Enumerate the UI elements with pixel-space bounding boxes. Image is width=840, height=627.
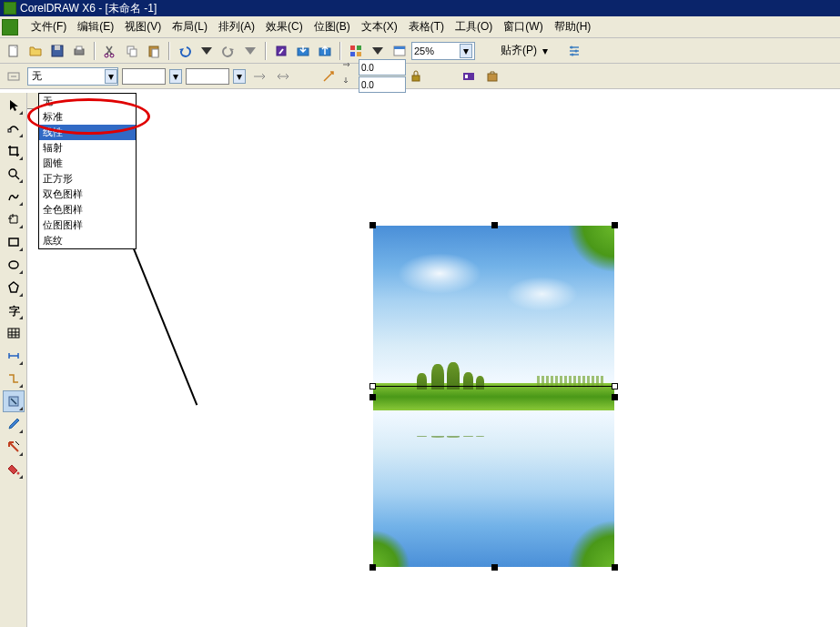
selection-handle-sw[interactable] <box>369 564 376 571</box>
interactive-fill-tool[interactable] <box>3 390 25 412</box>
dimension-tool[interactable] <box>3 345 25 367</box>
dd-item-square[interactable]: 正方形 <box>39 171 136 187</box>
new-button[interactable] <box>4 41 24 61</box>
svg-rect-26 <box>465 75 468 78</box>
redo-dropdown[interactable] <box>240 41 260 61</box>
menu-text[interactable]: 文本(X) <box>356 16 403 37</box>
zoom-combo[interactable]: ▾ <box>411 42 475 60</box>
dd-item-none[interactable]: 无 <box>39 94 136 109</box>
dd-item-fullcolor[interactable]: 全色图样 <box>39 202 136 217</box>
window-title: CorelDRAW X6 - [未命名 -1] <box>20 0 157 16</box>
spinner-y-input[interactable] <box>359 76 406 93</box>
welcome-button[interactable] <box>390 41 410 61</box>
eyedropper-tool[interactable] <box>3 413 25 435</box>
selected-image-object[interactable] <box>373 226 614 567</box>
copy-fill-button[interactable] <box>482 66 502 86</box>
svg-rect-25 <box>463 73 474 80</box>
svg-point-22 <box>572 53 574 56</box>
menu-effects[interactable]: 效果(C) <box>260 16 309 37</box>
selection-handle-nw[interactable] <box>369 222 376 228</box>
crop-tool[interactable] <box>3 140 25 162</box>
dd-item-conical[interactable]: 圆锥 <box>39 156 136 171</box>
redo-button[interactable] <box>218 41 238 61</box>
menu-file[interactable]: 文件(F) <box>25 16 72 37</box>
app-launcher-button[interactable] <box>346 41 366 61</box>
app-dropdown[interactable] <box>368 41 388 61</box>
fill-vector-line[interactable] <box>372 386 615 387</box>
menu-table[interactable]: 表格(T) <box>403 16 450 37</box>
table-tool[interactable] <box>3 322 25 344</box>
dd-item-twocolor[interactable]: 双色图样 <box>39 187 136 202</box>
export-button[interactable] <box>315 41 335 61</box>
selection-handle-se[interactable] <box>612 564 618 571</box>
edit-fill-button[interactable] <box>459 66 479 86</box>
search-button[interactable] <box>271 41 291 61</box>
open-button[interactable] <box>25 41 46 61</box>
menu-help[interactable]: 帮助(H) <box>549 16 597 37</box>
zoom-tool[interactable] <box>3 163 25 185</box>
text-tool[interactable]: 字 <box>3 299 25 321</box>
fill-type-dropdown-list[interactable]: 无 标准 线性 辐射 圆锥 正方形 双色图样 全色图样 位图图样 底纹 <box>38 93 137 249</box>
svg-rect-30 <box>9 238 18 246</box>
standard-toolbar: ▾ 贴齐(P) ▾ <box>0 38 840 64</box>
fill-vector-start[interactable] <box>369 383 376 389</box>
menu-tools[interactable]: 工具(O) <box>450 16 498 37</box>
dd-item-uniform[interactable]: 标准 <box>39 109 136 125</box>
chevron-down-icon[interactable]: ▾ <box>460 44 472 58</box>
fountain-type2-button[interactable] <box>273 66 293 86</box>
undo-dropdown[interactable] <box>197 41 217 61</box>
menu-bar: 文件(F) 编辑(E) 视图(V) 布局(L) 排列(A) 效果(C) 位图(B… <box>0 16 840 38</box>
freehand-tool[interactable] <box>3 186 25 207</box>
lock-icon[interactable] <box>410 69 424 84</box>
chevron-down-icon[interactable]: ▾ <box>233 69 246 84</box>
fountain-type1-button[interactable] <box>249 66 269 86</box>
color-to-swatch[interactable] <box>186 68 229 85</box>
dd-item-radial[interactable]: 辐射 <box>39 140 136 156</box>
dd-item-bitmap[interactable]: 位图图样 <box>39 217 136 233</box>
menu-arrange[interactable]: 排列(A) <box>213 16 260 37</box>
chevron-down-icon[interactable]: ▾ <box>542 45 548 57</box>
menu-layout[interactable]: 布局(L) <box>167 16 213 37</box>
menu-edit[interactable]: 编辑(E) <box>72 16 119 37</box>
dd-item-texture[interactable]: 底纹 <box>39 233 136 248</box>
smart-fill-tool[interactable] <box>3 208 25 230</box>
undo-button[interactable] <box>175 41 195 61</box>
svg-rect-10 <box>152 49 158 57</box>
presets-button[interactable] <box>4 66 24 86</box>
menu-bitmap[interactable]: 位图(B) <box>309 16 356 37</box>
connector-tool[interactable] <box>3 368 25 389</box>
print-button[interactable] <box>69 41 89 61</box>
fill-vector-end[interactable] <box>612 383 618 389</box>
rectangle-tool[interactable] <box>3 231 25 253</box>
outline-tool[interactable] <box>3 436 25 458</box>
snap-label[interactable]: 贴齐(P) <box>497 43 541 58</box>
spinner-x-input[interactable] <box>359 59 406 76</box>
svg-rect-19 <box>394 46 405 49</box>
options-button[interactable] <box>564 41 584 61</box>
direction-button[interactable] <box>319 66 339 86</box>
selection-handle-s[interactable] <box>491 564 498 571</box>
svg-rect-4 <box>76 46 82 50</box>
chevron-down-icon[interactable]: ▾ <box>169 69 182 84</box>
save-button[interactable] <box>47 41 67 61</box>
chevron-down-icon[interactable]: ▾ <box>105 69 117 84</box>
import-button[interactable] <box>293 41 313 61</box>
color-from-swatch[interactable] <box>122 68 166 85</box>
selection-handle-w[interactable] <box>369 394 376 400</box>
copy-button[interactable] <box>122 41 142 61</box>
paste-button[interactable] <box>144 41 164 61</box>
pick-tool[interactable] <box>3 95 25 116</box>
zoom-input[interactable] <box>414 46 460 56</box>
selection-handle-n[interactable] <box>491 222 498 228</box>
selection-handle-ne[interactable] <box>612 222 618 228</box>
fill-type-combo[interactable]: 无 ▾ <box>27 67 118 86</box>
ellipse-tool[interactable] <box>3 254 25 276</box>
cut-button[interactable] <box>100 41 120 61</box>
menu-view[interactable]: 视图(V) <box>119 16 167 37</box>
selection-handle-e[interactable] <box>612 394 618 400</box>
fill-tool[interactable] <box>3 459 25 480</box>
shape-tool[interactable] <box>3 117 25 139</box>
dd-item-linear[interactable]: 线性 <box>39 125 136 140</box>
menu-window[interactable]: 窗口(W) <box>498 16 548 37</box>
polygon-tool[interactable] <box>3 277 25 298</box>
